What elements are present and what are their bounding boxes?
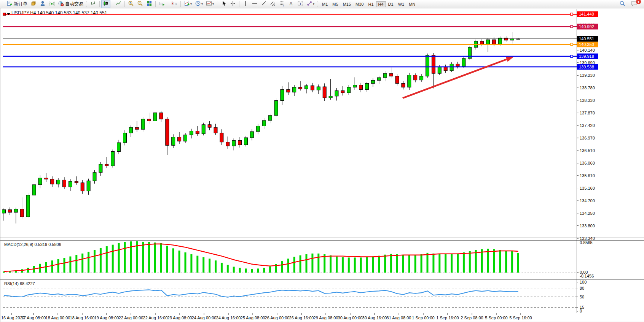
- autotrading-button[interactable]: 自动交易: [56, 0, 85, 8]
- zoom-out-button[interactable]: [135, 0, 145, 8]
- toolbar-grip[interactable]: [2, 1, 4, 7]
- time-label: 24 Aug 00:00: [192, 316, 217, 320]
- candle-body: [105, 164, 108, 166]
- text-tool-button[interactable]: A: [287, 0, 296, 8]
- price-badge-label: 140.551: [579, 36, 594, 41]
- time-label: 1 Sep 00:00: [412, 316, 434, 320]
- candle-body: [256, 126, 260, 132]
- timeframe-m15[interactable]: M15: [341, 1, 353, 7]
- hline-tool-button[interactable]: [250, 0, 259, 8]
- line-handle[interactable]: [571, 43, 573, 46]
- bar-chart-mode-button[interactable]: [89, 0, 98, 8]
- price-tick-label: 133.800: [580, 224, 595, 228]
- candle-body: [359, 85, 363, 90]
- time-label: 2 Sep 08:00: [461, 316, 483, 320]
- candle-body: [232, 140, 236, 146]
- candle-body: [281, 89, 284, 100]
- price-tick-label: 138.330: [580, 98, 595, 103]
- chart-area[interactable]: USDJPY,H4 140.540 140.583 140.537 140.55…: [0, 8, 644, 322]
- time-label: 30 Aug 16:00: [362, 316, 387, 320]
- dropdown-arrow-icon: ▾: [201, 2, 203, 6]
- auto-scroll-button[interactable]: [157, 0, 166, 8]
- candle-body: [123, 133, 127, 143]
- candle-body: [293, 87, 296, 92]
- timeframe-d1[interactable]: D1: [386, 1, 396, 7]
- line-chart-mode-button[interactable]: [114, 0, 123, 8]
- time-label: 18 Aug 16:00: [70, 316, 95, 320]
- svg-text:F: F: [283, 5, 285, 7]
- toolbar-grip[interactable]: [317, 1, 319, 7]
- candle-body: [287, 89, 290, 92]
- line-handle[interactable]: [571, 55, 573, 57]
- timeframe-h4[interactable]: H4: [376, 1, 386, 7]
- separator: [155, 1, 156, 7]
- candle-body: [510, 39, 514, 40]
- profile-icon: [40, 0, 46, 8]
- signals-button[interactable]: [47, 0, 56, 8]
- line-handle[interactable]: [3, 13, 6, 16]
- candle-body: [311, 86, 314, 90]
- candle-body: [172, 137, 175, 146]
- vline-tool-button[interactable]: [241, 0, 250, 8]
- timeframe-h1[interactable]: H1: [366, 1, 376, 7]
- notifications-button[interactable]: 1: [629, 0, 639, 8]
- text-label-icon: T: [297, 0, 303, 8]
- rsi-scale-label: 0: [580, 309, 582, 313]
- mt4-window: { "toolbar": { "new_order_label": "新订单",…: [0, 0, 644, 322]
- tile-windows-button[interactable]: [145, 0, 154, 8]
- candle-body: [402, 83, 405, 87]
- new-order-button[interactable]: 新订单: [5, 0, 29, 8]
- templates-button[interactable]: ▾: [204, 0, 215, 8]
- zoom-in-button[interactable]: [126, 0, 135, 8]
- candlestick-icon: [103, 0, 109, 8]
- candle-body: [147, 119, 151, 121]
- timeframe-m5[interactable]: M5: [330, 1, 340, 7]
- crosshair-tool-button[interactable]: [228, 0, 238, 8]
- shapes-tool-button[interactable]: ▾: [305, 0, 316, 8]
- candle-body: [268, 116, 272, 121]
- toolbar-grip[interactable]: [217, 1, 218, 7]
- toolbar-grip[interactable]: [86, 1, 88, 7]
- gold-box-icon: [30, 0, 37, 8]
- cursor-icon: [221, 0, 227, 8]
- market-watch-button[interactable]: [29, 0, 38, 8]
- text-label-tool-button[interactable]: T: [296, 0, 305, 8]
- chart-shift-button[interactable]: [170, 0, 179, 8]
- price-tick-label: 140.140: [580, 48, 595, 52]
- candle-body: [45, 178, 48, 179]
- indicators-button[interactable]: ▾: [182, 0, 193, 8]
- candle-body: [81, 183, 84, 191]
- periods-button[interactable]: ▾: [193, 0, 204, 8]
- separator: [99, 1, 100, 7]
- template-icon: [206, 0, 212, 8]
- candle-body: [178, 137, 181, 141]
- strategy-tester-button[interactable]: [38, 0, 47, 8]
- time-label: 26 Aug 16:00: [289, 316, 314, 320]
- timeframe-w1[interactable]: W1: [396, 1, 407, 7]
- candle-body: [2, 209, 6, 213]
- auto-scroll-icon: [159, 0, 165, 8]
- candle-body: [486, 40, 490, 44]
- candle-body: [371, 80, 375, 83]
- timeframe-m30[interactable]: M30: [353, 1, 366, 7]
- search-button[interactable]: [618, 0, 627, 8]
- timeframe-m1[interactable]: M1: [320, 1, 330, 7]
- fibonacci-tool-button[interactable]: F: [277, 0, 287, 8]
- price-tick-label: 135.160: [580, 186, 595, 190]
- channel-tool-button[interactable]: E: [268, 0, 277, 8]
- line-handle[interactable]: [571, 25, 573, 28]
- candle-body: [389, 73, 393, 76]
- line-handle[interactable]: [571, 13, 573, 15]
- candle-body: [208, 125, 211, 127]
- cursor-tool-button[interactable]: [219, 0, 228, 8]
- separator: [239, 1, 239, 7]
- macd-scale-min: -0.1456: [580, 274, 594, 278]
- trendline-tool-button[interactable]: [259, 0, 268, 8]
- candle-body: [462, 59, 465, 67]
- candle-body: [166, 119, 169, 145]
- candle-body: [274, 100, 278, 115]
- time-label: 1 Sep 16:00: [436, 316, 459, 320]
- timeframe-mn[interactable]: MN: [406, 1, 418, 7]
- candlestick-mode-button[interactable]: [101, 0, 110, 8]
- time-label: 5 Sep 16:00: [509, 316, 532, 320]
